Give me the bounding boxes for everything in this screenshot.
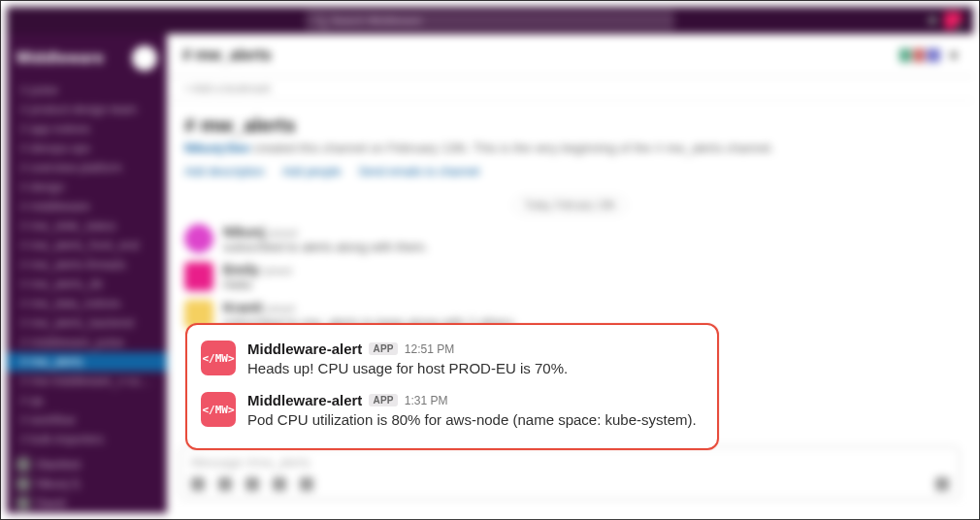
avatar — [184, 224, 213, 253]
sidebar-channel-item[interactable]: # pulse — [7, 81, 167, 100]
channel-intro-link[interactable]: Add people — [282, 165, 342, 179]
sender-name[interactable]: Kranti — [223, 300, 262, 315]
msg-body: subscribed to alerts along with them. — [223, 240, 428, 254]
creator-link[interactable]: Nikunj-Dev — [184, 141, 250, 155]
dm-avatar — [16, 458, 30, 471]
mention-icon[interactable] — [273, 477, 286, 491]
alert-body: Heads up! CPU usage for host PROD-EU is … — [247, 359, 703, 378]
attach-icon[interactable] — [191, 477, 205, 491]
avatar — [925, 47, 942, 64]
dm-name: Nikunj S. — [36, 477, 82, 491]
compose-button[interactable] — [132, 46, 157, 71]
alert-sender[interactable]: Middleware-alert — [247, 392, 362, 408]
alert-content: Middleware-alert APP 1:31 PM Pod CPU uti… — [247, 392, 703, 430]
video-icon[interactable] — [300, 477, 313, 491]
presence-badge — [956, 23, 964, 31]
channel-intro-link[interactable]: Add description — [184, 165, 265, 179]
channel-title[interactable]: # mw_alerts — [182, 47, 272, 64]
alert-time: 1:31 PM — [405, 394, 448, 407]
sidebar-channel-item[interactable]: # overview-platform — [7, 158, 167, 178]
sidebar-channel-item[interactable]: # mw-middleware_v-support… — [7, 372, 167, 391]
channel-header: # mw_alerts — [167, 34, 973, 77]
channel-intro-links: Add descriptionAdd peopleSend emails to … — [184, 165, 956, 179]
sidebar-dm-item[interactable]: David — [7, 494, 167, 513]
sidebar-channel-item[interactable]: # qa — [7, 391, 167, 410]
emoji-icon[interactable] — [245, 477, 259, 491]
sidebar-channel-item[interactable]: # mw_alerts_backend — [7, 313, 167, 333]
dm-avatar — [16, 477, 30, 491]
message-row[interactable]: Emily joinedHello — [184, 262, 956, 292]
middleware-app-avatar: </MW> — [201, 392, 236, 427]
sidebar-channel-item[interactable]: # app-notices — [7, 119, 167, 139]
alert-message[interactable]: </MW> Middleware-alert APP 12:51 PM Head… — [201, 335, 703, 384]
alert-body: Pod CPU utilization is 80% for aws-node … — [247, 410, 703, 430]
sidebar-channel-item[interactable]: # bulk-importers — [7, 430, 167, 449]
sidebar-channel-item[interactable]: # workflow — [7, 410, 167, 430]
help-icon[interactable] — [929, 16, 936, 24]
workspace-header[interactable]: Middleware — [7, 42, 167, 81]
app-frame: Search Middleware Middleware # pulse# pr… — [0, 0, 980, 520]
channel-intro-link[interactable]: Send emails to channel — [358, 165, 479, 179]
avatar — [184, 262, 213, 291]
titlebar-right — [768, 12, 962, 29]
sender-name[interactable]: Emily — [223, 262, 259, 277]
app-badge: APP — [369, 342, 397, 355]
sidebar-channel-item[interactable]: # mw_alerts_db — [7, 275, 167, 294]
alert-time: 12:51 PM — [405, 342, 454, 356]
sidebar-channel-item[interactable]: # devops-ops — [7, 139, 167, 158]
sidebar-channel-item[interactable]: # mw_data_notices — [7, 294, 167, 313]
alert-sender[interactable]: Middleware-alert — [247, 341, 362, 357]
sidebar-channel-item[interactable]: # design — [7, 178, 167, 197]
send-icon[interactable] — [935, 477, 949, 491]
dm-name: David — [36, 497, 66, 510]
channel-header-right — [901, 47, 958, 64]
dm-name: Slackbot — [36, 458, 81, 471]
sidebar-dm-item[interactable]: Slackbot — [7, 455, 167, 474]
date-pill[interactable]: Today, February 13th — [514, 196, 627, 214]
highlighted-alerts: </MW> Middleware-alert APP 12:51 PM Head… — [185, 323, 719, 450]
dm-avatar — [16, 497, 30, 510]
mw-logo-icon: </MW> — [202, 404, 234, 416]
composer-placeholder: Message #mw_alerts — [191, 455, 949, 470]
msg-meta: joined — [269, 227, 297, 239]
format-icon[interactable] — [218, 477, 232, 491]
message-row[interactable]: Nikunj joinedsubscribed to alerts along … — [184, 224, 956, 254]
search-placeholder: Search Middleware — [331, 11, 422, 30]
channel-bookmark-bar[interactable]: + Add a bookmark — [167, 77, 973, 101]
search-icon — [315, 16, 325, 25]
channel-intro-title: # mw_alerts — [184, 114, 956, 137]
msg-meta: joined — [263, 265, 291, 276]
sidebar-channel-item[interactable]: # product-design-team — [7, 100, 167, 119]
sidebar-channel-item[interactable]: # mw_alerts_front_end — [7, 236, 167, 255]
sidebar: Middleware # pulse# product-design-team#… — [7, 34, 167, 513]
sidebar-channel-item[interactable]: # middleware — [7, 197, 167, 216]
sidebar-channel-item[interactable]: # mw_alerts — [7, 352, 167, 372]
msg-meta: joined — [266, 303, 294, 314]
sidebar-channel-item[interactable]: # middleware_pulse — [7, 333, 167, 352]
sidebar-channel-item[interactable]: # mw_alerts-threads — [7, 255, 167, 275]
channel-settings-icon[interactable] — [950, 51, 958, 59]
middleware-app-avatar: </MW> — [201, 341, 236, 375]
sidebar-dm-item[interactable]: Nikunj S. — [7, 474, 167, 494]
message-composer[interactable]: Message #mw_alerts — [180, 446, 960, 500]
alert-content: Middleware-alert APP 12:51 PM Heads up! … — [247, 341, 703, 378]
date-divider: Today, February 13th — [184, 196, 956, 214]
global-search[interactable]: Search Middleware — [306, 11, 674, 30]
mw-logo-icon: </MW> — [202, 352, 234, 365]
msg-body: Hello — [223, 277, 292, 292]
channel-intro-desc: Nikunj-Dev created this channel on Febru… — [184, 141, 956, 155]
member-avatars[interactable] — [901, 47, 942, 64]
alert-message[interactable]: </MW> Middleware-alert APP 1:31 PM Pod C… — [201, 386, 703, 436]
self-avatar[interactable] — [944, 12, 962, 29]
global-search-wrap: Search Middleware — [212, 11, 768, 30]
app-badge: APP — [369, 394, 397, 406]
sidebar-channel-item[interactable]: # mw_slide_status — [7, 216, 167, 236]
workspace-name: Middleware — [16, 49, 104, 67]
sender-name[interactable]: Nikunj — [223, 224, 265, 240]
titlebar: Search Middleware — [7, 7, 973, 34]
composer-toolbar — [191, 477, 949, 491]
